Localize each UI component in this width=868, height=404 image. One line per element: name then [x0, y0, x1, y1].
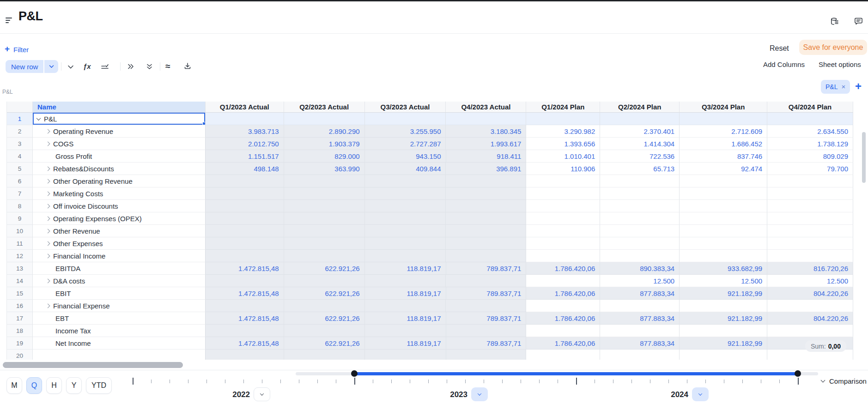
value-cell[interactable] — [284, 225, 365, 237]
value-cell[interactable]: 1.786.420,06 — [526, 287, 600, 300]
value-cell[interactable] — [767, 113, 853, 125]
value-cell[interactable]: 118.819,17 — [365, 287, 446, 300]
row-number-cell[interactable]: 2 — [7, 125, 33, 138]
vertical-scrollbar[interactable] — [862, 132, 866, 183]
value-cell[interactable]: 79.700 — [767, 163, 853, 175]
value-cell[interactable] — [446, 113, 526, 125]
selection-fill-handle[interactable] — [202, 122, 206, 125]
row-number-cell[interactable]: 14 — [7, 275, 33, 287]
row-number-cell[interactable]: 15 — [7, 287, 33, 300]
row-number-cell[interactable]: 17 — [7, 312, 33, 325]
expand-chevron-icon[interactable] — [46, 303, 50, 308]
row-number-cell[interactable]: 3 — [7, 138, 33, 150]
expand-chevron-icon[interactable] — [46, 229, 50, 233]
value-cell[interactable] — [600, 237, 680, 250]
column-header-value[interactable]: Q1/2023 Actual — [206, 102, 284, 113]
value-cell[interactable]: 1.472.815,48 — [206, 287, 284, 300]
value-cell[interactable]: 1.010.401 — [526, 150, 600, 163]
value-cell[interactable]: 1.786.420,06 — [526, 262, 600, 275]
value-cell[interactable] — [600, 187, 680, 200]
column-header-name[interactable]: Name — [33, 102, 206, 113]
value-cell[interactable]: 3.180.345 — [446, 125, 526, 138]
value-cell[interactable]: 837.746 — [680, 150, 767, 163]
name-cell[interactable]: EBITDA — [33, 262, 206, 275]
expand-chevron-icon[interactable] — [46, 204, 50, 208]
value-cell[interactable]: 1.151.517 — [206, 150, 284, 163]
period-button-h[interactable]: H — [46, 377, 62, 394]
name-cell[interactable]: Financial Income — [33, 250, 206, 262]
value-cell[interactable] — [284, 200, 365, 212]
name-cell[interactable]: Other Expenses — [33, 237, 206, 250]
value-cell[interactable] — [600, 250, 680, 262]
add-filter-plus-icon[interactable]: + — [5, 44, 10, 53]
comparison-toggle[interactable]: Comparison — [829, 377, 867, 385]
value-cell[interactable] — [526, 200, 600, 212]
row-number-cell[interactable]: 19 — [7, 337, 33, 350]
value-cell[interactable] — [206, 250, 284, 262]
value-cell[interactable] — [526, 350, 600, 360]
value-cell[interactable] — [206, 200, 284, 212]
value-cell[interactable]: 363.990 — [284, 163, 365, 175]
reset-button[interactable]: Reset — [770, 44, 789, 53]
value-cell[interactable] — [206, 325, 284, 337]
value-cell[interactable] — [600, 350, 680, 360]
value-cell[interactable] — [284, 250, 365, 262]
name-cell[interactable]: EBT — [33, 312, 206, 325]
value-cell[interactable] — [526, 187, 600, 200]
value-cell[interactable]: 1.786.420,06 — [526, 312, 600, 325]
value-cell[interactable] — [365, 325, 446, 337]
value-cell[interactable]: 722.536 — [600, 150, 680, 163]
value-cell[interactable] — [526, 300, 600, 312]
value-cell[interactable] — [600, 212, 680, 225]
value-cell[interactable]: 789.837,71 — [446, 337, 527, 350]
value-cell[interactable] — [767, 212, 853, 225]
value-cell[interactable] — [600, 300, 680, 312]
value-cell[interactable] — [206, 175, 284, 187]
value-cell[interactable]: 1.993.617 — [446, 138, 526, 150]
value-cell[interactable]: 2.712.609 — [680, 125, 767, 138]
value-cell[interactable] — [365, 350, 446, 360]
value-cell[interactable] — [680, 187, 767, 200]
value-cell[interactable]: 92.474 — [680, 163, 767, 175]
year-dropdown-2024[interactable] — [692, 387, 709, 401]
value-cell[interactable] — [284, 300, 365, 312]
value-cell[interactable]: 3.983.713 — [206, 125, 284, 138]
value-cell[interactable] — [365, 113, 446, 125]
value-cell[interactable] — [365, 225, 446, 237]
value-cell[interactable] — [365, 250, 446, 262]
comparison-chevron-icon[interactable] — [821, 378, 826, 383]
value-cell[interactable]: 789.837,71 — [446, 287, 527, 300]
value-cell[interactable]: 1.472.815,48 — [206, 337, 284, 350]
expand-chevron-icon[interactable] — [46, 166, 50, 171]
period-button-ytd[interactable]: YTD — [86, 377, 112, 394]
value-cell[interactable] — [680, 113, 767, 125]
expand-chevron-icon[interactable] — [46, 278, 50, 283]
row-number-cell[interactable]: 5 — [7, 163, 33, 175]
value-cell[interactable] — [680, 175, 767, 187]
name-cell[interactable]: P&L — [33, 113, 206, 125]
name-cell[interactable]: Other Operating Revenue — [33, 175, 206, 187]
value-cell[interactable]: 2.727.287 — [365, 138, 446, 150]
value-cell[interactable] — [680, 200, 767, 212]
row-number-cell[interactable]: 1 — [7, 113, 33, 125]
value-cell[interactable] — [767, 175, 853, 187]
double-chevron-right-icon[interactable] — [127, 63, 134, 70]
value-cell[interactable] — [526, 250, 600, 262]
value-cell[interactable]: 804.220,26 — [767, 287, 853, 300]
name-cell[interactable]: EBIT — [33, 287, 206, 300]
expand-chevron-icon[interactable] — [46, 179, 50, 183]
value-cell[interactable]: 622.921,26 — [284, 287, 365, 300]
value-cell[interactable] — [284, 325, 365, 337]
value-cell[interactable]: 12.500 — [767, 275, 853, 287]
name-cell[interactable]: Financial Expense — [33, 300, 206, 312]
value-cell[interactable] — [526, 275, 600, 287]
sheet-tag[interactable]: P&L × — [821, 80, 850, 94]
value-cell[interactable] — [446, 237, 526, 250]
value-cell[interactable] — [767, 300, 853, 312]
value-cell[interactable] — [284, 187, 365, 200]
timeline-selected-range[interactable] — [354, 372, 798, 375]
value-cell[interactable]: 918.411 — [446, 150, 527, 163]
value-cell[interactable] — [600, 113, 680, 125]
value-cell[interactable] — [365, 275, 446, 287]
filter-button[interactable]: Filter — [13, 46, 29, 54]
